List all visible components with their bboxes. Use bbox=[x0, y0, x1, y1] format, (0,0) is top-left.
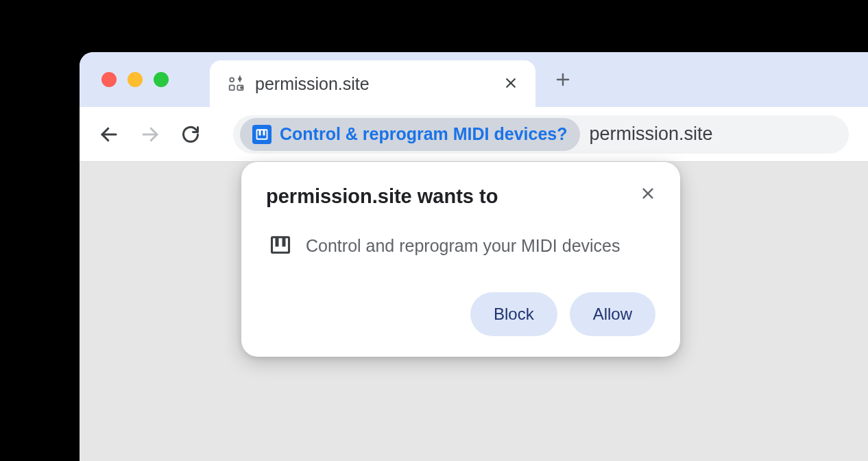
svg-rect-14 bbox=[263, 130, 265, 135]
tab-title: permission.site bbox=[255, 74, 493, 94]
svg-rect-19 bbox=[282, 237, 286, 246]
permission-chip-label: Control & reprogram MIDI devices? bbox=[280, 124, 568, 144]
svg-rect-3 bbox=[230, 85, 234, 90]
allow-button[interactable]: Allow bbox=[570, 292, 655, 336]
address-bar[interactable]: Control & reprogram MIDI devices? permis… bbox=[233, 115, 849, 154]
svg-rect-17 bbox=[272, 237, 289, 252]
dialog-header: permission.site wants to bbox=[266, 184, 655, 210]
browser-window: permission.site bbox=[80, 52, 868, 461]
close-tab-button[interactable] bbox=[503, 73, 519, 95]
new-tab-button[interactable] bbox=[555, 67, 571, 93]
midi-icon bbox=[252, 125, 272, 144]
svg-rect-18 bbox=[276, 237, 279, 246]
forward-button[interactable] bbox=[140, 124, 160, 145]
page-content: permission.site wants to C bbox=[80, 162, 868, 461]
svg-rect-13 bbox=[259, 130, 261, 135]
toolbar: Control & reprogram MIDI devices? permis… bbox=[80, 107, 868, 162]
midi-icon bbox=[270, 235, 291, 258]
dialog-body: Control and reprogram your MIDI devices bbox=[266, 235, 655, 258]
minimize-window-button[interactable] bbox=[128, 72, 143, 87]
browser-tab[interactable]: permission.site bbox=[210, 60, 535, 107]
tab-strip: permission.site bbox=[80, 52, 868, 107]
block-button[interactable]: Block bbox=[470, 292, 557, 336]
maximize-window-button[interactable] bbox=[154, 72, 169, 87]
svg-point-0 bbox=[230, 78, 234, 82]
url-text: permission.site bbox=[590, 123, 713, 145]
dialog-title: permission.site wants to bbox=[266, 184, 498, 210]
permission-dialog: permission.site wants to C bbox=[241, 162, 680, 357]
dialog-actions: Block Allow bbox=[266, 292, 655, 336]
reload-button[interactable] bbox=[181, 125, 200, 144]
back-button[interactable] bbox=[99, 124, 119, 145]
svg-rect-12 bbox=[257, 130, 267, 139]
window-controls bbox=[101, 72, 169, 87]
dialog-description: Control and reprogram your MIDI devices bbox=[306, 236, 620, 256]
permission-favicon-icon bbox=[226, 74, 245, 93]
close-dialog-button[interactable] bbox=[640, 184, 655, 206]
permission-chip[interactable]: Control & reprogram MIDI devices? bbox=[240, 118, 580, 151]
svg-point-5 bbox=[241, 87, 242, 88]
close-window-button[interactable] bbox=[101, 72, 117, 87]
